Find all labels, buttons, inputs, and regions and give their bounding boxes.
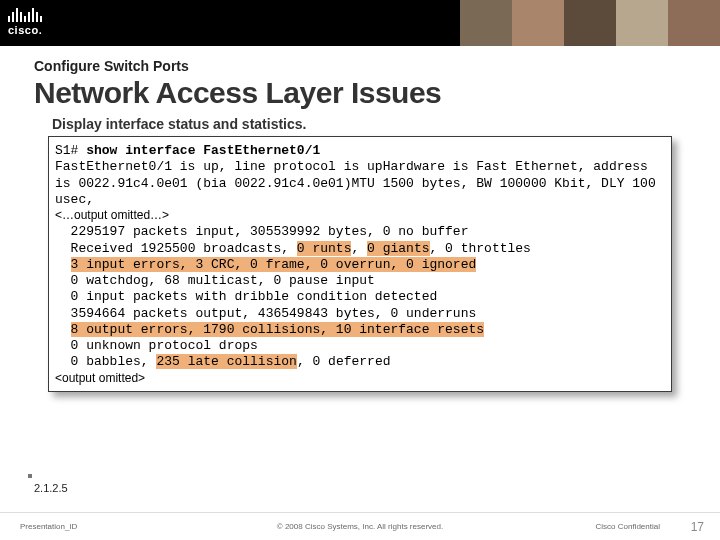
confidential: Cisco Confidential	[596, 522, 660, 531]
out-line1: FastEthernet0/1 is up, line protocol is …	[55, 159, 664, 207]
bullet-icon	[28, 474, 32, 478]
hl-runts: 0 runts	[297, 241, 352, 256]
caption: Display interface status and statistics.	[52, 116, 720, 132]
prompt: S1#	[55, 143, 78, 158]
sep2: ,	[430, 241, 446, 256]
output-omitted-top: <…output omitted…>	[55, 208, 169, 222]
top-bar: cisco.	[0, 0, 720, 46]
hl-late-collision: 235 late collision	[156, 354, 296, 369]
output-omitted-bottom: <output omitted>	[55, 371, 145, 385]
section-number: 2.1.2.5	[34, 482, 68, 494]
subheading: Configure Switch Ports	[34, 58, 720, 74]
header-collage	[460, 0, 720, 46]
command: show interface FastEthernet0/1	[86, 143, 320, 158]
cisco-logo: cisco.	[8, 4, 42, 36]
cisco-bars-icon	[8, 4, 42, 22]
copyright: © 2008 Cisco Systems, Inc. All rights re…	[277, 522, 443, 531]
sep1: ,	[351, 241, 367, 256]
out-stats-e: , 0 deferred	[297, 354, 391, 369]
slide: cisco. Configure Switch Ports Network Ac…	[0, 0, 720, 540]
footer: Presentation_ID © 2008 Cisco Systems, In…	[0, 512, 720, 540]
brand-name: cisco.	[8, 24, 42, 36]
hl-giants: 0 giants	[367, 241, 429, 256]
hl-output-errors: 8 output errors, 1790 collisions, 10 int…	[71, 322, 484, 337]
page-title: Network Access Layer Issues	[34, 76, 720, 110]
page-number: 17	[691, 520, 704, 534]
terminal-window: S1# show interface FastEthernet0/1 FastE…	[48, 136, 672, 392]
presentation-id: Presentation_ID	[20, 522, 77, 531]
hl-input-errors: 3 input errors, 3 CRC, 0 frame, 0 overru…	[71, 257, 477, 272]
terminal-output: S1# show interface FastEthernet0/1 FastE…	[49, 137, 671, 391]
